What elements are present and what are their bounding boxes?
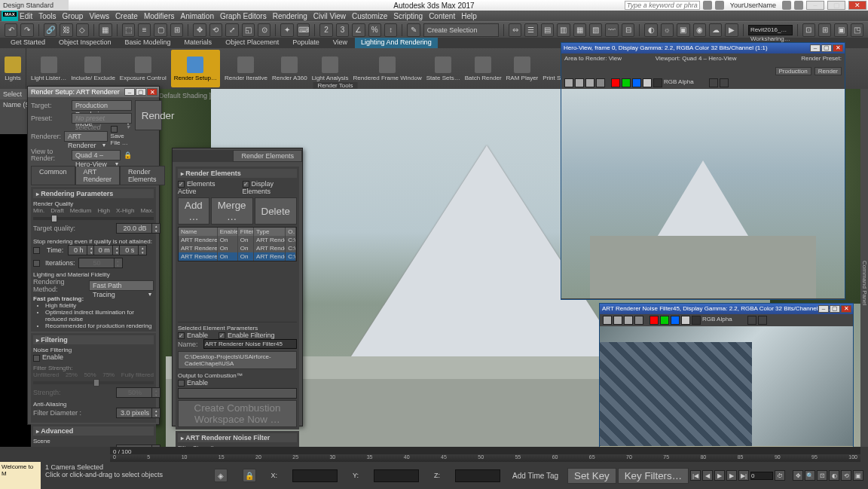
- mirror-button[interactable]: ⇔: [509, 23, 521, 37]
- time-slider[interactable]: 0 / 100 05101520253035404550556065707580…: [0, 447, 868, 462]
- fb1-red-channel[interactable]: [611, 78, 620, 87]
- method-dropdown[interactable]: Fast Path Tracing: [89, 280, 154, 291]
- fb2-mono-channel[interactable]: [692, 316, 701, 325]
- toolbar-x2[interactable]: ⊞: [818, 23, 831, 37]
- fb1-clone-icon[interactable]: [585, 78, 594, 87]
- re-tab[interactable]: Render Elements: [233, 150, 302, 162]
- curve-editor-button[interactable]: 〰: [605, 23, 618, 37]
- rfw-ribbon-button[interactable]: Rendered Frame Window: [353, 50, 422, 87]
- render-setup-titlebar[interactable]: Render Setup: ART Renderer –▢✕: [28, 87, 159, 97]
- rs-min-button[interactable]: –: [124, 88, 135, 96]
- fb1-toggle-icon[interactable]: [709, 78, 718, 87]
- select-button[interactable]: ⬚: [122, 23, 135, 37]
- sel-enablefilter-chk[interactable]: [219, 332, 225, 339]
- fb1-save-icon[interactable]: [564, 78, 573, 87]
- fb2-clone-icon[interactable]: [624, 316, 633, 325]
- sel-enable-chk[interactable]: [178, 332, 185, 339]
- orbit-button[interactable]: ⟲: [841, 470, 851, 481]
- prev-frame-button[interactable]: ◀: [702, 470, 713, 481]
- state-sets-button[interactable]: State Sets…: [426, 50, 460, 87]
- menu-tools[interactable]: Tools: [38, 12, 56, 20]
- fb2-copy-icon[interactable]: [613, 316, 622, 325]
- toolbar-x4[interactable]: ◳: [851, 23, 863, 37]
- menu-help[interactable]: Help: [461, 12, 477, 20]
- fb1-alpha-channel[interactable]: [643, 78, 652, 87]
- goto-start-button[interactable]: |◀: [690, 470, 701, 481]
- light-lister-button[interactable]: Light Lister…: [31, 50, 66, 87]
- spinnersnap-button[interactable]: ↕: [384, 23, 397, 37]
- menu-grapheditors[interactable]: Graph Editors: [220, 12, 267, 20]
- menu-create[interactable]: Create: [115, 12, 138, 20]
- layers2-button[interactable]: ▥: [557, 23, 570, 37]
- advanced-hdr[interactable]: Advanced: [33, 426, 154, 436]
- preset-dropdown[interactable]: No preset selected: [72, 113, 132, 124]
- redo-button[interactable]: ↷: [20, 23, 33, 37]
- username[interactable]: YourUserName: [727, 2, 779, 9]
- ribtab-5[interactable]: Populate: [286, 38, 326, 48]
- menu-scripting[interactable]: Scripting: [393, 12, 423, 20]
- rendering-params-hdr[interactable]: Rendering Parameters: [33, 189, 154, 198]
- selectfilter[interactable]: ▦: [99, 23, 112, 37]
- ribtab-0[interactable]: Get Started: [5, 38, 51, 48]
- render-execute-button[interactable]: Render: [135, 100, 162, 130]
- fov-button[interactable]: ◐: [829, 470, 839, 481]
- rs-tab-elements[interactable]: Render Elements: [120, 166, 165, 185]
- re-merge-button[interactable]: Merge …: [211, 197, 253, 225]
- fb1-image[interactable]: [561, 89, 845, 298]
- toolbar-x1[interactable]: ⊡: [802, 23, 815, 37]
- fb2-alpha-channel[interactable]: [681, 316, 690, 325]
- doc-chip[interactable]: Revit2016_…Worksharing…: [748, 25, 793, 35]
- render-a360-button[interactable]: ☁: [709, 23, 722, 37]
- re-row-0[interactable]: ART Renderer N…OnOnART Rendere…C:\: [179, 236, 296, 244]
- signin-icon[interactable]: [715, 1, 724, 10]
- combust-path-input[interactable]: [178, 388, 297, 399]
- lights-dropdown[interactable]: Lights: [5, 50, 21, 87]
- anglesnap-button[interactable]: ∠: [352, 23, 365, 37]
- re-add-button[interactable]: Add …: [178, 197, 209, 225]
- add-time-tag-button[interactable]: Add Time Tag: [512, 472, 558, 480]
- noise-filter-hdr[interactable]: ART Renderer Noise Filter: [178, 433, 297, 442]
- render-iter-button[interactable]: Render Iterative: [225, 50, 267, 87]
- render-setup-button[interactable]: ☼: [661, 23, 674, 37]
- time-m-spinner[interactable]: 0 m: [93, 245, 115, 255]
- search-input[interactable]: [625, 1, 700, 10]
- rfw-button[interactable]: ▣: [677, 23, 689, 37]
- maxscript-mini[interactable]: Welcome to M: [0, 462, 41, 489]
- play-button[interactable]: ▶: [714, 470, 725, 481]
- fb2-close[interactable]: ✕: [841, 305, 851, 313]
- next-frame-button[interactable]: ▶: [726, 470, 737, 481]
- filter-dia-spinner[interactable]: 3.0 pixels: [116, 408, 154, 418]
- re-delete-button[interactable]: Delete: [255, 197, 298, 225]
- fb2-overlay-icon[interactable]: [758, 316, 767, 325]
- move-button[interactable]: ✥: [193, 23, 206, 37]
- fb2-red-channel[interactable]: [649, 316, 659, 325]
- time-s-spinner[interactable]: 0 s: [119, 245, 140, 255]
- selregion-button[interactable]: ▢: [154, 23, 167, 37]
- combust-enable-chk[interactable]: [178, 380, 185, 387]
- target-quality-spinner[interactable]: 20.0 dB: [116, 223, 154, 234]
- maximize-viewport-button[interactable]: ▣: [853, 470, 863, 481]
- include-exclude-button[interactable]: Include/ Exclude: [71, 50, 115, 87]
- workspace-selector[interactable]: Design Standard: [0, 0, 69, 11]
- scale-button[interactable]: ⤢: [225, 23, 238, 37]
- menu-edit[interactable]: Edit: [20, 12, 32, 20]
- unlink-button[interactable]: ⛓: [60, 23, 72, 37]
- quality-slider[interactable]: [33, 217, 154, 220]
- re-hdr[interactable]: Render Elements: [178, 169, 297, 178]
- fb1-production-button[interactable]: Production: [775, 67, 811, 75]
- snap3-button[interactable]: 3: [336, 23, 349, 37]
- iter-chk[interactable]: [33, 260, 40, 267]
- window-cross-button[interactable]: ⊞: [170, 23, 183, 37]
- setkey-button[interactable]: Set Key: [567, 468, 616, 484]
- help-icon[interactable]: [794, 1, 803, 10]
- current-frame-input[interactable]: [750, 472, 773, 480]
- fb1-area-dropdown[interactable]: View: [609, 55, 646, 64]
- ribtab-4[interactable]: Object Placement: [219, 38, 285, 48]
- target-dropdown[interactable]: Production Rendering Mode: [72, 100, 132, 111]
- infocenter-icon[interactable]: [703, 1, 712, 10]
- namedselset-button[interactable]: ✎: [407, 23, 420, 37]
- re-row-1[interactable]: ART Renderer N…OnOnART Rendere…C:\: [179, 244, 296, 252]
- align-button[interactable]: ☰: [524, 23, 537, 37]
- ribtab-1[interactable]: Object Inspection: [53, 38, 118, 48]
- keyfilters-button[interactable]: Key Filters…: [618, 468, 689, 484]
